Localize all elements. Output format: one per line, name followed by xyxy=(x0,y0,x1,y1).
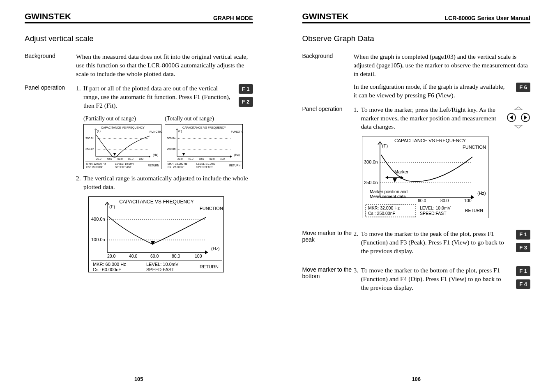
g2-xt0: 20.0 xyxy=(177,157,183,160)
g2-lvl: LEVEL: 10.0mV xyxy=(196,162,216,165)
go-pos2: Measurement data xyxy=(370,194,406,199)
step-1: 1. If part or all of the plotted data ar… xyxy=(76,84,253,110)
gl-xt4: 100 xyxy=(195,254,202,258)
panel-op-row: Panel operation F 1 F 2 1. If part or al… xyxy=(25,84,253,273)
caption-partial: (Partially out of range) xyxy=(83,115,161,123)
background-row: Background When the graph is completed (… xyxy=(302,53,531,100)
svg-marker-30 xyxy=(393,178,397,182)
g2-xt3: 80.0 xyxy=(210,157,215,160)
fkey-stack-bottom: F 1 F 4 xyxy=(516,266,530,289)
gl-func: FUNCTION xyxy=(200,206,223,211)
g1-xt0: 20.0 xyxy=(96,157,101,160)
brand-logo: GWINSTEK xyxy=(302,12,349,21)
step-1-text: To move the marker, press the Left/Right… xyxy=(361,106,531,131)
peak-content: F 1 F 3 2. To move the marker to the pea… xyxy=(354,230,531,261)
step-2-num: 2. xyxy=(76,174,83,191)
gl-y2: 100.0n xyxy=(91,237,105,242)
page-header: GWINSTEK LCR-8000G Series User Manual xyxy=(302,12,531,23)
g1-y2: 250.0n xyxy=(85,148,94,150)
g1-cs: Cs : 25.000nF xyxy=(86,166,103,168)
step-2-text: To move the marker to the peak of the pl… xyxy=(361,230,531,256)
bottom-row: Move marker to the bottom F 1 F 4 3. To … xyxy=(302,266,531,297)
caption-row: (Partially out of range) (Totally out of… xyxy=(83,115,253,123)
header-section: GRAPH MODE xyxy=(213,15,253,21)
panel-op-row: Panel operation 1. To move the marker, p… xyxy=(302,106,531,219)
go-ret: RETURN xyxy=(465,208,483,213)
gl-lvl: LEVEL: 10.0mV xyxy=(146,262,179,267)
go-spd: SPEED:FAST xyxy=(420,211,447,216)
g2-func: FUNCTION xyxy=(231,130,243,133)
gl-cs: Cs : 60.000nF xyxy=(93,267,121,272)
gl-spd: SPEED:FAST xyxy=(146,267,174,272)
step-1-text: If part or all of the plotted data are o… xyxy=(83,84,253,110)
svg-marker-22 xyxy=(524,115,527,120)
step-1: 1. To move the marker, press the Left/Ri… xyxy=(354,106,531,131)
g2-xt4: 100 xyxy=(220,157,225,160)
go-lvl: LEVEL: 10.0mV xyxy=(420,205,451,210)
small-graph-pair: CAPACITANCE VS FREQUENCY (F) FUNCTION 30… xyxy=(83,124,253,169)
f2-key: F 2 xyxy=(239,97,253,107)
g2-title: CAPACITANCE VS FREQUENCY xyxy=(182,126,226,129)
go-y2: 250.0n xyxy=(364,180,378,185)
go-yunit: (F) xyxy=(382,143,388,148)
svg-marker-20 xyxy=(510,115,513,120)
gl-xunit: (Hz) xyxy=(211,246,220,251)
g2-yunit: (F) xyxy=(178,129,182,133)
graph-fitted: CAPACITANCE VS FREQUENCY (F) FUNCTION 40… xyxy=(88,196,224,272)
step-3-text: To move the marker to the bottom of the … xyxy=(361,266,531,292)
svg-marker-10 xyxy=(182,153,185,156)
g1-func: FUNCTION xyxy=(150,130,162,133)
f6-key: F 6 xyxy=(516,83,530,92)
g1-mkr: MKR: 32.000 Hz xyxy=(86,162,106,165)
gl-title: CAPACITANCE VS FREQUENCY xyxy=(119,199,194,205)
gl-mkr: MKR: 60.000 Hz xyxy=(93,262,126,267)
g1-y1: 300.0n xyxy=(85,137,94,140)
go-y1: 300.0n xyxy=(364,159,378,164)
step-3-num: 3. xyxy=(354,266,361,292)
go-cs: Cs : 250.00nF xyxy=(368,211,395,216)
gl-ret: RETURN xyxy=(200,264,219,269)
go-func: FUNCTION xyxy=(463,145,486,150)
g1-xt1: 40.0 xyxy=(107,157,112,160)
go-xunit: (Hz) xyxy=(477,191,486,196)
svg-marker-28 xyxy=(385,176,388,179)
graph-observe: CAPACITANCE VS FREQUENCY (F) FUNCTION 30… xyxy=(362,136,488,218)
f4-key: F 4 xyxy=(516,279,530,289)
background-row: Background When the measured data does n… xyxy=(25,53,253,78)
section-title: Adjust vertical scale xyxy=(25,34,253,45)
page-header: GWINSTEK GRAPH MODE xyxy=(25,12,253,23)
step-2: 2. To move the marker to the peak of the… xyxy=(354,230,531,256)
gl-xt2: 60.0 xyxy=(150,254,159,258)
g2-spd: SPEED:FAST xyxy=(196,166,213,168)
step-3: 3. To move the marker to the bottom of t… xyxy=(354,266,531,292)
peak-label: Move marker to the peak xyxy=(302,230,354,261)
g1-xunit: (Hz) xyxy=(153,153,158,157)
g1-title: CAPACITANCE VS FREQUENCY xyxy=(101,126,145,129)
g1-xt2: 60.0 xyxy=(117,157,123,160)
g2-y2: 250.0n xyxy=(167,148,176,150)
go-xt4: 100 xyxy=(464,198,472,203)
page-number: 105 xyxy=(25,376,253,382)
f3-key: F 3 xyxy=(516,243,530,253)
bottom-label: Move marker to the bottom xyxy=(302,266,354,297)
bottom-content: F 1 F 4 3. To move the marker to the bot… xyxy=(354,266,531,297)
gl-xt3: 80.0 xyxy=(172,254,180,258)
step-2-text: The vertical range is automatically adju… xyxy=(83,174,253,191)
go-title: CAPACITANCE VS FREQUENCY xyxy=(394,138,465,143)
fkey-stack: F 1 F 2 xyxy=(239,84,253,107)
dpad-icon xyxy=(507,106,530,129)
go-xt2: 60.0 xyxy=(418,198,426,203)
step-1-num: 1. xyxy=(354,106,361,131)
background-text: When the measured data does not fit into… xyxy=(76,53,253,78)
g1-xt3: 80.0 xyxy=(128,157,134,160)
header-manual: LCR-8000G Series User Manual xyxy=(444,15,530,21)
panel-op-label: Panel operation xyxy=(25,84,76,273)
graph-partial: CAPACITANCE VS FREQUENCY (F) FUNCTION 30… xyxy=(83,124,161,169)
peak-row: Move marker to the peak F 1 F 3 2. To mo… xyxy=(302,230,531,261)
panel-op-content: 1. To move the marker, press the Left/Ri… xyxy=(354,106,531,219)
step-2-num: 2. xyxy=(354,230,361,256)
page-number: 106 xyxy=(302,376,531,382)
gl-xt1: 40.0 xyxy=(129,254,138,258)
section-title: Observe Graph Data xyxy=(302,34,531,45)
background-content: When the graph is completed (page103) an… xyxy=(354,53,531,100)
